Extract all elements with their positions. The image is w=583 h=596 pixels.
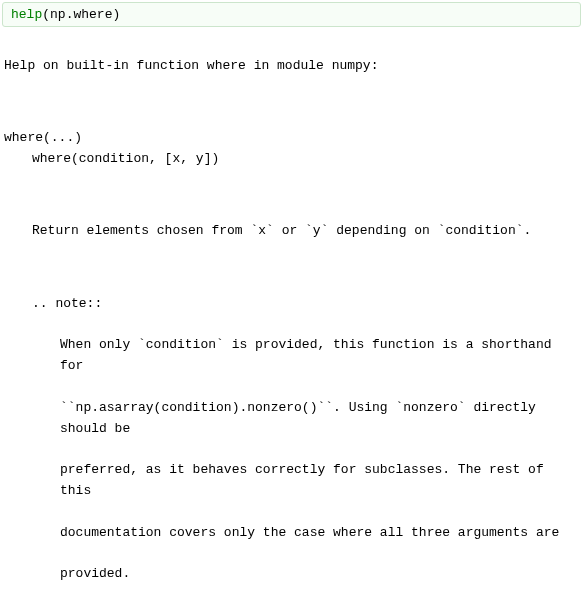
note-line: When only `condition` is provided, this … — [4, 335, 579, 377]
note-line: ``np.asarray(condition).nonzero()``. Usi… — [4, 398, 579, 440]
signature-short: where(...) — [4, 130, 82, 145]
note-line: preferred, as it behaves correctly for s… — [4, 460, 579, 502]
code-arg: np.where — [50, 7, 112, 22]
summary-line: Return elements chosen from `x` or `y` d… — [4, 221, 579, 242]
note-directive: .. note:: — [4, 294, 579, 315]
code-lparen: ( — [42, 7, 50, 22]
signature-full: where(condition, [x, y]) — [4, 149, 579, 170]
code-input-cell[interactable]: help(np.where) — [2, 2, 581, 27]
note-line: documentation covers only the case where… — [4, 523, 579, 544]
note-line: provided. — [4, 564, 579, 585]
help-output: Help on built-in function where in modul… — [0, 29, 583, 596]
help-header: Help on built-in function where in modul… — [4, 58, 378, 73]
code-fn-help: help — [11, 7, 42, 22]
code-rparen: ) — [112, 7, 120, 22]
